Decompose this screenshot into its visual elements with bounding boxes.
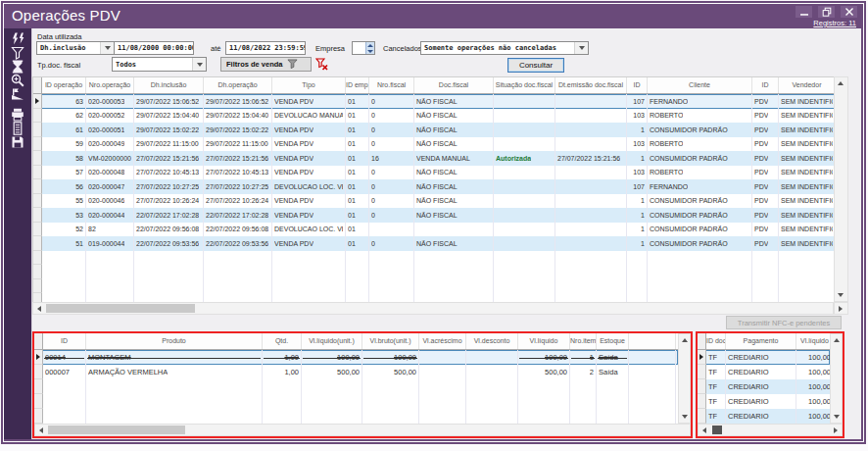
table-row[interactable]: 55020-00004627/07/2022 10:26:2427/07/202… [33,194,835,209]
column-header[interactable]: Vendedor [779,77,836,93]
scroll-right-icon[interactable] [835,303,846,315]
filtros-venda-button[interactable]: Filtros de venda [220,57,312,72]
column-header[interactable]: Vl.líquido [518,333,570,349]
column-header[interactable]: Dt.emissão doc.fiscal [555,77,627,93]
restore-button[interactable] [818,6,835,18]
column-header[interactable]: Nro.item [570,333,597,349]
table-row[interactable]: TFCREDIARIO100,00 [698,409,830,424]
close-button[interactable] [841,6,857,18]
products-horizontal-scrollbar[interactable] [34,424,691,436]
operations-vertical-scrollbar[interactable] [834,76,848,302]
registros-link[interactable]: Registros: 11 [813,19,856,27]
step-down-icon[interactable] [365,48,374,54]
scroll-down-icon[interactable] [831,411,843,423]
column-header[interactable]: ID [43,333,86,349]
table-row[interactable]: TFCREDIARIO100,00 [698,394,830,409]
table-row[interactable]: 51019-00004422/07/2022 09:53:5622/07/202… [33,236,835,251]
scroll-left-icon[interactable] [33,303,45,315]
zoom-button[interactable] [11,74,24,87]
scrollbar-thumb[interactable] [712,426,722,434]
table-row[interactable]: 00014MONTAGEM1,00100,00100,00100,001Saíd… [34,350,678,365]
column-header[interactable]: Qtd. [263,333,302,349]
table-row[interactable]: 62020-00005229/07/2022 15:04:4029/07/202… [33,109,835,124]
scroll-down-icon[interactable] [835,289,846,301]
minimize-button[interactable] [796,6,812,18]
chevron-down-icon[interactable] [100,42,114,54]
calculator-button[interactable] [11,122,24,135]
operations-scroll-corner[interactable] [834,302,848,315]
table-cell: CONSUMIDOR PADRÃO [648,123,752,137]
chevron-down-icon[interactable] [192,58,206,71]
scroll-up-icon[interactable] [679,334,691,346]
execute-button[interactable] [11,32,24,46]
print-button[interactable] [11,108,24,122]
scroll-up-icon[interactable] [831,334,843,346]
column-header[interactable]: Dh.operação [204,77,272,93]
scrollbar-thumb[interactable] [48,426,185,434]
wait-button[interactable] [11,60,24,74]
transmit-nfce-button[interactable]: Transmitir NFC-e pendentes [726,316,842,329]
column-header[interactable]: Cliente [648,77,752,93]
column-header[interactable]: Situação doc.fiscal [494,77,555,93]
tp-doc-fiscal-combobox[interactable]: Todos [112,57,207,72]
filter-button[interactable] [11,46,24,60]
date-to-input[interactable]: 11/08/2022 23:59:59 [225,41,306,55]
empty-row [34,394,678,409]
table-row[interactable]: 61020-00005129/07/2022 15:02:2229/07/202… [33,123,835,137]
payments-horizontal-scrollbar[interactable] [698,424,843,436]
table-row[interactable]: 58VM-02000000127/07/2022 15:21:5627/07/2… [33,151,835,166]
chart-button[interactable] [11,87,24,101]
stepper-buttons[interactable] [365,42,374,54]
column-header[interactable]: Vl.líquido(unit.) [302,333,362,349]
column-header[interactable] [629,333,676,349]
column-header[interactable]: Produto [86,333,263,349]
empresa-stepper[interactable] [352,41,375,55]
restore-icon [822,7,832,17]
table-cell [362,394,419,409]
table-row[interactable]: 56020-00004727/07/2022 10:27:2527/07/202… [33,179,835,194]
column-header[interactable]: Estoque [597,333,629,349]
scroll-down-icon[interactable] [679,411,691,423]
column-header[interactable]: Vl.bruto(unit.) [362,333,419,349]
column-header[interactable]: ID operação [42,77,86,93]
table-cell: 100,00 [796,365,830,379]
chevron-down-icon[interactable] [574,42,588,54]
column-header[interactable]: Tipo [272,77,346,93]
column-header[interactable]: Nro.fiscal [369,77,414,93]
table-row[interactable]: 57020-00004827/07/2022 10:45:1327/07/202… [33,166,835,180]
column-header[interactable]: Nro.operação [86,77,134,93]
column-header[interactable]: Vl.desconto [466,333,518,349]
scroll-up-icon[interactable] [835,77,846,89]
column-header[interactable]: ID emp. [346,77,369,93]
table-row[interactable]: 53020-00004422/07/2022 17:02:2822/07/202… [33,208,835,223]
payments-vertical-scrollbar[interactable] [830,333,843,424]
cancelados-combobox[interactable]: Somente operações não canceladas [420,41,589,55]
column-header[interactable]: ID [627,77,648,93]
table-row[interactable]: TFCREDIARIO100,00 [698,350,830,365]
table-row[interactable]: 000007ARMAÇÃO VERMELHA1,00500,00500,0050… [34,365,678,379]
save-button[interactable] [11,135,24,149]
table-row[interactable]: 63020-00005329/07/2022 15:06:5229/07/202… [33,94,835,109]
column-header[interactable]: ID [752,77,779,93]
column-header[interactable]: Vl.líquido [796,333,830,349]
scroll-left-icon[interactable] [699,425,710,436]
products-vertical-scrollbar[interactable] [678,333,691,424]
column-header[interactable]: Vl.acréscimo [419,333,466,349]
table-row[interactable]: 59020-00004929/07/2022 11:15:0029/07/202… [33,137,835,152]
scrollbar-thumb[interactable] [46,304,195,313]
operations-horizontal-scrollbar[interactable] [32,302,834,315]
table-row[interactable]: TFCREDIARIO100,00 [698,379,830,394]
column-header[interactable]: Pagamento [726,333,796,349]
table-row[interactable]: 528222/07/2022 09:56:0822/07/2022 09:56:… [33,223,835,237]
clear-filter-button[interactable] [314,57,328,71]
column-header[interactable]: ID doc. [706,333,726,349]
column-header[interactable]: Doc.fiscal [414,77,494,93]
scroll-right-icon[interactable] [830,425,842,436]
scroll-left-icon[interactable] [35,425,47,436]
table-row[interactable]: TFCREDIARIO100,00 [698,365,830,379]
date-from-input[interactable]: 11/08/2000 00:00:00 [114,41,194,55]
column-header[interactable]: Dh.inclusão [134,77,204,93]
consultar-button[interactable]: Consultar [507,58,564,73]
table-cell [86,251,134,266]
data-utilizada-combobox[interactable]: Dh.inclusão [36,41,115,55]
